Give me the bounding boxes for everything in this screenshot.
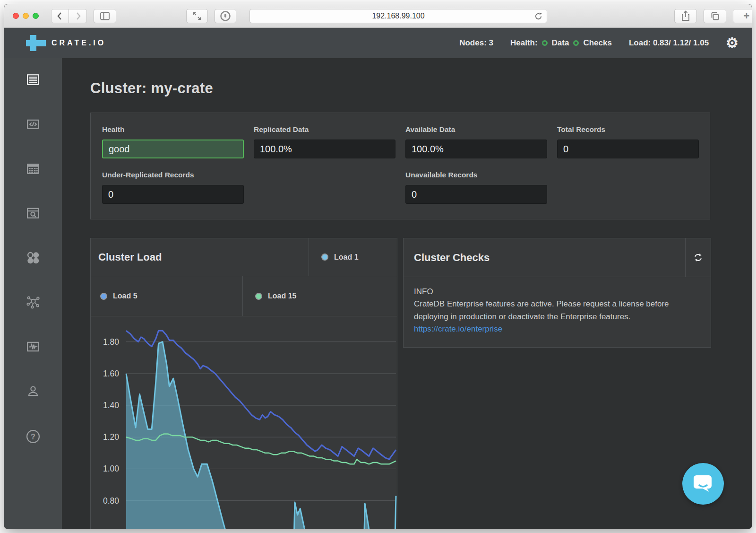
new-tab-icon: + bbox=[744, 10, 750, 22]
url-text: 192.168.99.100 bbox=[250, 12, 547, 20]
svg-text:1.40: 1.40 bbox=[103, 401, 119, 410]
stat-under-replicated-records: Under-Replicated Records 0 bbox=[102, 171, 244, 204]
forward-button[interactable] bbox=[69, 9, 87, 23]
stat-label: Replicated Data bbox=[254, 125, 395, 134]
share-icon bbox=[680, 10, 691, 22]
stat-label: Unavailable Records bbox=[405, 171, 547, 179]
back-button[interactable] bbox=[51, 9, 69, 23]
health-label: Health: bbox=[510, 38, 538, 48]
app-header: CRATE.IO Nodes: 3 Health: Data Checks Lo… bbox=[4, 28, 752, 58]
help-icon: ? bbox=[26, 429, 41, 444]
legend-item-load5[interactable]: Load 5 bbox=[91, 276, 243, 316]
chat-launcher-button[interactable] bbox=[682, 463, 724, 505]
svg-text:1.20: 1.20 bbox=[103, 432, 119, 442]
tab-overview-button[interactable] bbox=[704, 9, 726, 23]
browse-icon bbox=[26, 207, 40, 220]
cluster-stats-panel: Health good Replicated Data 100.0% Avail… bbox=[90, 113, 710, 219]
svg-text:?: ? bbox=[31, 433, 35, 441]
legend-item-load15[interactable]: Load 15 bbox=[243, 276, 397, 316]
onepassword-icon bbox=[219, 10, 232, 22]
stat-label: Total Records bbox=[557, 125, 699, 134]
cluster-checks-title-cell: Cluster Checks bbox=[404, 238, 685, 277]
stat-available-data: Available Data 100.0% bbox=[405, 125, 547, 158]
console-icon bbox=[26, 118, 40, 131]
refresh-checks-button[interactable] bbox=[685, 238, 711, 277]
tabs-icon bbox=[709, 10, 721, 22]
checks-health-icon bbox=[573, 40, 579, 46]
page-title: Cluster: my-crate bbox=[90, 80, 213, 97]
expand-extension-button[interactable] bbox=[186, 9, 208, 23]
user-icon bbox=[26, 384, 40, 398]
replicated-data-value: 100.0% bbox=[254, 140, 395, 158]
cluster-checks-header: Cluster Checks bbox=[404, 238, 711, 277]
close-window-button[interactable] bbox=[13, 13, 19, 19]
cluster-icon bbox=[26, 296, 40, 309]
cluster-checks-panel: Cluster Checks INFO CrateDB Enterprise f… bbox=[403, 238, 711, 348]
load-average: Load: 0.83/ 1.12/ 1.05 bbox=[629, 38, 709, 48]
sidebar-item-monitoring[interactable] bbox=[26, 340, 40, 353]
nodes-count: Nodes: 3 bbox=[459, 38, 493, 48]
reload-button[interactable] bbox=[534, 12, 543, 23]
sidebar-item-overview[interactable] bbox=[26, 73, 40, 87]
stat-label: Health bbox=[102, 125, 244, 134]
svg-text:1.60: 1.60 bbox=[103, 369, 119, 378]
share-button[interactable] bbox=[674, 9, 697, 23]
stat-label: Under-Replicated Records bbox=[102, 171, 244, 179]
legend-item-load1[interactable]: Load 1 bbox=[309, 238, 397, 276]
sidebar-item-browse[interactable] bbox=[26, 207, 40, 220]
sidebar-item-user[interactable] bbox=[26, 384, 40, 398]
checks-health-label: Checks bbox=[583, 38, 611, 48]
data-health-icon bbox=[542, 40, 548, 46]
cluster-load-header: Cluster Load Load 1 bbox=[91, 238, 397, 276]
check-message: CrateDB Enterprise features are active. … bbox=[414, 298, 700, 323]
sidebar-item-console[interactable] bbox=[26, 118, 40, 131]
load5-dot-icon bbox=[100, 293, 107, 300]
check-severity: INFO bbox=[414, 286, 700, 298]
svg-text:0.80: 0.80 bbox=[103, 496, 119, 506]
cluster-checks-title: Cluster Checks bbox=[414, 252, 490, 264]
minimize-window-button[interactable] bbox=[23, 13, 29, 19]
reload-icon bbox=[534, 12, 543, 21]
browser-window: 192.168.99.100 + CRATE.IO Nodes: 3 Healt… bbox=[4, 4, 752, 529]
password-extension-button[interactable] bbox=[215, 9, 236, 23]
chat-bubble-icon bbox=[690, 471, 716, 497]
load15-label: Load 15 bbox=[268, 292, 296, 300]
address-bar[interactable]: 192.168.99.100 bbox=[249, 9, 547, 23]
stat-label: Available Data bbox=[405, 125, 547, 134]
tables-icon bbox=[26, 162, 40, 175]
sidebar-item-tables[interactable] bbox=[26, 162, 40, 175]
new-tab-button[interactable]: + bbox=[733, 9, 752, 23]
zoom-window-button[interactable] bbox=[33, 13, 39, 19]
stat-total-records: Total Records 0 bbox=[557, 125, 699, 158]
cluster-load-panel: Cluster Load Load 1 Load 5 Load 15 bbox=[90, 238, 397, 529]
sidebar-item-cluster[interactable] bbox=[26, 296, 40, 309]
sidebar-nav: ? bbox=[4, 58, 62, 529]
sidebar-item-privileges[interactable] bbox=[26, 251, 40, 264]
monitoring-icon bbox=[26, 340, 40, 353]
health-value: good bbox=[102, 140, 244, 158]
crate-logo bbox=[26, 35, 46, 51]
load-chart-svg: 1.801.601.401.201.000.800.60 bbox=[91, 316, 397, 529]
brand-text: CRATE.IO bbox=[52, 39, 106, 47]
data-health-label: Data bbox=[552, 38, 569, 48]
unavailable-records-value: 0 bbox=[405, 185, 547, 204]
svg-text:1.00: 1.00 bbox=[103, 464, 119, 473]
enterprise-link[interactable]: https://crate.io/enterprise bbox=[414, 324, 502, 333]
browser-toolbar: 192.168.99.100 + bbox=[4, 4, 752, 28]
overview-icon bbox=[26, 73, 40, 87]
sidebar-toggle-button[interactable] bbox=[94, 9, 116, 23]
window-controls bbox=[13, 13, 39, 19]
load15-dot-icon bbox=[255, 293, 262, 300]
svg-text:1.80: 1.80 bbox=[103, 337, 119, 347]
cluster-checks-body: INFO CrateDB Enterprise features are act… bbox=[404, 277, 711, 344]
stat-replicated-data: Replicated Data 100.0% bbox=[254, 125, 395, 158]
load5-label: Load 5 bbox=[113, 292, 137, 300]
stat-health: Health good bbox=[102, 125, 244, 158]
expand-icon bbox=[192, 11, 202, 21]
cluster-load-title-cell: Cluster Load bbox=[91, 238, 309, 276]
sidebar-item-help[interactable]: ? bbox=[26, 429, 41, 444]
content: ? Cluster: my-crate Health good Replicat… bbox=[4, 58, 752, 529]
settings-button[interactable]: ⚙ bbox=[726, 36, 739, 50]
total-records-value: 0 bbox=[557, 140, 699, 158]
forward-icon bbox=[73, 11, 83, 21]
